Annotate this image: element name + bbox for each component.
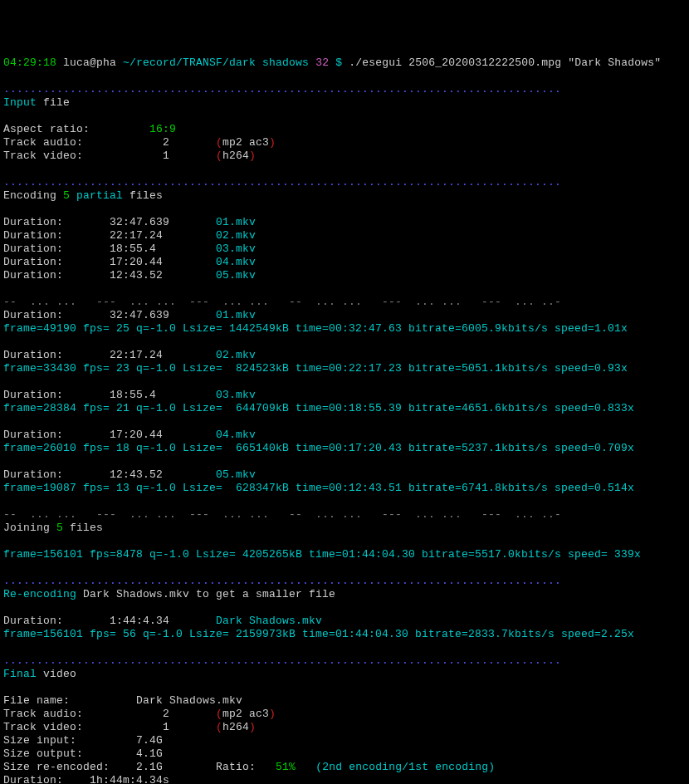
separator-dots: ........................................… — [3, 176, 561, 189]
final-tvideo-label: Track video: — [3, 721, 83, 733]
final-sout-label: Size output: — [3, 747, 83, 760]
part-file: 05.mkv — [216, 269, 256, 282]
final-hdr-b: video — [37, 668, 76, 680]
run-label: Duration: — [3, 468, 63, 481]
join-hdr-b: files — [63, 522, 103, 534]
separator-dashes: -- ... ... --- ... ... --- ... ... -- ..… — [3, 296, 561, 308]
reenc-hdr-b: Dark Shadows.mkv to get a smaller file — [83, 588, 335, 600]
final-tvideo-codec: h264 — [222, 721, 249, 733]
run-file: 03.mkv — [216, 389, 256, 401]
prompt-dollar: $ — [335, 56, 342, 69]
separator-dots: ........................................… — [3, 654, 561, 667]
paren-open: ( — [216, 708, 222, 720]
final-taudio-n: 2 — [163, 708, 169, 720]
part-file: 01.mkv — [216, 216, 256, 228]
paren-open: ( — [216, 721, 222, 733]
section-input-b: file — [37, 96, 70, 109]
final-dur: 1h:44m:4.34s — [90, 774, 169, 784]
final-ratio-label: Ratio: — [216, 761, 256, 773]
prompt-command: ./esegui 2506_20200312222500.mpg "Dark S… — [349, 56, 661, 69]
track-video-n: 1 — [163, 149, 169, 162]
reenc-dur: 1:44:4.34 — [110, 615, 169, 627]
ffmpeg-stat: frame=28384 fps= 21 q=-1.0 Lsize= 644709… — [3, 402, 634, 414]
run-label: Duration: — [3, 349, 63, 361]
ffmpeg-stat: frame=156101 fps=8478 q=-1.0 Lsize= 4205… — [3, 548, 641, 561]
part-dur: 18:55.4 — [110, 243, 156, 255]
final-sre-label: Size re-encoded: — [3, 761, 110, 773]
ffmpeg-stat: frame=49190 fps= 25 q=-1.0 Lsize= 144254… — [3, 322, 628, 335]
ffmpeg-stat: frame=19087 fps= 13 q=-1.0 Lsize= 628347… — [3, 482, 634, 494]
run-label: Duration: — [3, 429, 63, 441]
ffmpeg-stat: frame=26010 fps= 18 q=-1.0 Lsize= 665140… — [3, 442, 634, 454]
final-taudio-codecs: mp2 ac3 — [222, 708, 269, 720]
part-label: Duration: — [3, 229, 63, 242]
terminal-output: 04:29:18 luca@pha ~/record/TRANSF/dark s… — [3, 56, 689, 784]
run-file: 02.mkv — [216, 349, 256, 361]
final-sin-label: Size input: — [3, 734, 76, 747]
run-dur: 12:43.52 — [110, 468, 163, 481]
aspect-value: 16:9 — [149, 123, 176, 135]
enc-hdr-n: 5 — [63, 189, 70, 202]
part-label: Duration: — [3, 216, 63, 228]
aspect-label: Aspect ratio: — [3, 123, 90, 135]
part-file: 04.mkv — [216, 256, 256, 268]
join-hdr-n: 5 — [56, 522, 63, 534]
final-dur-label: Duration: — [3, 774, 63, 784]
final-sout: 4.1G — [136, 747, 163, 760]
final-sre: 2.1G — [136, 761, 163, 773]
separator-dashes: -- ... ... --- ... ... --- ... ... -- ..… — [3, 508, 561, 521]
prompt-path: ~/record/TRANSF/dark shadows — [123, 56, 309, 69]
paren-close: ) — [269, 708, 276, 720]
part-file: 02.mkv — [216, 229, 256, 242]
run-dur: 18:55.4 — [110, 389, 156, 401]
reenc-hdr-a: Re-encoding — [3, 588, 83, 600]
enc-hdr-a: Encoding — [3, 189, 63, 202]
track-video-label: Track video: — [3, 149, 83, 162]
part-file: 03.mkv — [216, 243, 256, 255]
prompt-time: 04:29:18 — [3, 56, 56, 69]
part-label: Duration: — [3, 243, 63, 255]
part-label: Duration: — [3, 269, 63, 282]
run-label: Duration: — [3, 309, 63, 321]
paren-open: ( — [216, 136, 222, 149]
enc-hdr-b: partial — [70, 189, 123, 202]
run-dur: 22:17.24 — [110, 349, 163, 361]
final-hdr-a: Final — [3, 668, 37, 680]
run-file: 04.mkv — [216, 429, 256, 441]
track-audio-codecs: mp2 ac3 — [222, 136, 269, 149]
run-file: 05.mkv — [216, 468, 256, 481]
part-dur: 32:47.639 — [110, 216, 169, 228]
paren-close: ) — [269, 136, 276, 149]
part-dur: 17:20.44 — [110, 256, 163, 268]
part-label: Duration: — [3, 256, 63, 268]
paren-open: ( — [216, 149, 222, 162]
join-hdr-a: Joining — [3, 522, 56, 534]
part-dur: 12:43.52 — [110, 269, 163, 282]
separator-dots: ........................................… — [3, 83, 561, 96]
run-dur: 32:47.639 — [110, 309, 169, 321]
track-audio-n: 2 — [163, 136, 169, 149]
prompt-line[interactable]: 04:29:18 luca@pha ~/record/TRANSF/dark s… — [3, 56, 661, 69]
final-fname-label: File name: — [3, 694, 70, 707]
enc-hdr-c: files — [123, 189, 163, 202]
reenc-file: Dark Shadows.mkv — [216, 615, 322, 627]
prompt-userhost: luca@pha — [63, 56, 116, 69]
track-video-codec: h264 — [222, 149, 249, 162]
final-tvideo-n: 1 — [163, 721, 169, 733]
part-dur: 22:17.24 — [110, 229, 163, 242]
final-fname: Dark Shadows.mkv — [136, 694, 242, 707]
prompt-dircount: 32 — [315, 56, 329, 69]
paren-close: ) — [249, 721, 256, 733]
ffmpeg-stat: frame=156101 fps= 56 q=-1.0 Lsize= 21599… — [3, 628, 634, 640]
final-ratio-note: (2nd encoding/1st encoding) — [315, 761, 495, 773]
section-input-a: Input — [3, 96, 37, 109]
run-file: 01.mkv — [216, 309, 256, 321]
run-label: Duration: — [3, 389, 63, 401]
run-dur: 17:20.44 — [110, 429, 163, 441]
separator-dots: ........................................… — [3, 575, 561, 587]
final-sin: 7.4G — [136, 734, 163, 747]
track-audio-label: Track audio: — [3, 136, 83, 149]
final-ratio: 51% — [276, 761, 296, 773]
paren-close: ) — [249, 149, 256, 162]
ffmpeg-stat: frame=33430 fps= 23 q=-1.0 Lsize= 824523… — [3, 362, 628, 375]
